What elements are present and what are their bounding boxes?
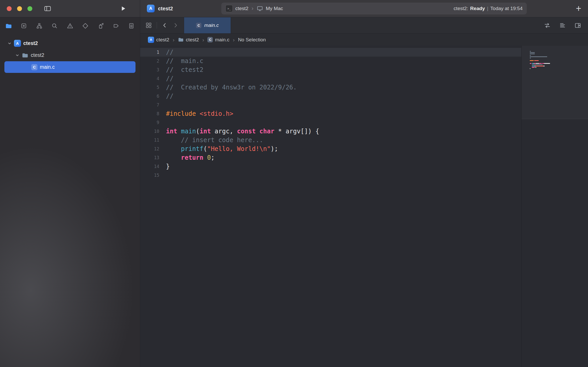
test-navigator-icon[interactable] [81,22,89,30]
chevron-icon: › [172,37,176,43]
line-number[interactable]: 11 [140,136,159,144]
code-line[interactable]: 6// [140,92,521,101]
issue-navigator-icon[interactable] [66,22,74,30]
code-line[interactable]: 1// [140,48,521,57]
project-navigator-icon[interactable] [5,22,12,30]
zoom-window-button[interactable] [27,6,32,11]
tree-item-file[interactable]: C main.c [4,61,135,73]
code-line[interactable]: 15 [140,171,521,180]
tree-item-label: ctest2 [23,40,38,46]
tree-item-group[interactable]: ctest2 [4,49,135,61]
navigator-sidebar: A ctest2 ctest2 C main.c [0,17,140,367]
symbol-navigator-icon[interactable] [35,22,43,30]
status-state: Ready [470,6,485,11]
line-number[interactable]: 9 [140,118,159,127]
scheme-name[interactable]: ctest2 [235,6,248,11]
scheme-selector[interactable]: >_ ctest2 › My Mac [225,5,283,12]
window-controls [7,6,32,11]
disclosure-chevron-icon[interactable] [7,42,12,45]
run-destination[interactable]: My Mac [266,6,283,11]
go-back-icon[interactable] [162,22,168,28]
minimap-toggle-icon[interactable] [559,22,566,29]
code-line[interactable]: 13 return 0; [140,153,521,162]
c-file-icon: C [31,64,37,70]
c-file-icon: C [207,37,213,42]
toolbar-sidebar-section [0,0,140,17]
project-file-icon: A [14,40,21,47]
disclosure-chevron-icon[interactable] [15,53,19,57]
code-review-icon[interactable] [544,22,551,29]
code-line[interactable]: 3// ctest2 [140,65,521,74]
line-number[interactable]: 1 [140,48,159,57]
breadcrumb-selection[interactable]: No Selection [238,37,266,43]
line-number[interactable]: 3 [140,65,159,74]
target-icon: >_ [225,5,233,12]
chevron-icon: › [201,37,205,43]
code-lines: 1//2// main.c3// ctest24//5// Created by… [140,48,521,180]
toolbar: A ctest2 >_ ctest2 › My Mac ctest2: [0,0,588,17]
line-number[interactable]: 2 [140,57,159,65]
close-window-button[interactable] [7,6,12,11]
line-number[interactable]: 6 [140,92,159,101]
tree-item-label: main.c [40,64,55,70]
breadcrumb-label: main.c [215,37,229,43]
source-editor: 1//2// main.c3// ctest24//5// Created by… [140,46,588,367]
code-line[interactable]: 8#include <stdio.h> [140,109,521,118]
tree-item-project[interactable]: A ctest2 [4,37,135,49]
status-divider: | [487,6,488,11]
code-line[interactable]: 10int main(int argc, const char * argv[]… [140,127,521,136]
debug-navigator-icon[interactable] [97,22,104,30]
status-text: ctest2: Ready | Today at 19:54 [454,6,523,11]
breadcrumb-label: ctest2 [156,37,169,43]
tab-label: main.c [204,22,219,28]
folder-icon [178,37,184,43]
breadcrumb-project[interactable]: A ctest2 [148,37,169,43]
code-line[interactable]: 7 [140,101,521,109]
project-navigator-tree: A ctest2 ctest2 C main.c [0,34,140,73]
breadcrumb-file[interactable]: C main.c [207,37,229,43]
code-line[interactable]: 9 [140,118,521,127]
code-line[interactable]: 2// main.c [140,57,521,65]
line-number[interactable]: 4 [140,74,159,83]
breadcrumb-group[interactable]: ctest2 [178,37,199,43]
line-number[interactable]: 10 [140,127,159,136]
code-line[interactable]: 5// Created by 4nsw3r on 2022/9/26. [140,83,521,92]
report-navigator-icon[interactable] [127,22,135,30]
line-number[interactable]: 14 [140,162,159,171]
editor-area: C main.c A cte [140,17,588,367]
line-number[interactable]: 8 [140,109,159,118]
toolbar-main-section: A ctest2 >_ ctest2 › My Mac ctest2: [140,0,588,17]
source-control-navigator-icon[interactable] [20,22,28,30]
folder-icon [22,52,28,59]
code-editor[interactable]: 1//2// main.c3// ctest24//5// Created by… [140,46,521,367]
minimize-window-button[interactable] [17,6,22,11]
related-items-grid-icon[interactable] [145,22,152,29]
go-forward-icon[interactable] [172,22,179,28]
add-editor-icon[interactable] [574,22,581,29]
navigator-tab-bar [0,17,140,34]
add-button[interactable]: + [576,3,581,14]
line-number[interactable]: 13 [140,153,159,162]
toggle-sidebar-icon[interactable] [44,5,51,12]
breadcrumb-label: No Selection [238,37,266,43]
status-project: ctest2: [454,6,468,11]
chevron-icon: › [251,6,254,11]
minimap[interactable] [521,46,588,367]
code-line[interactable]: 11 // insert code here... [140,136,521,144]
line-number[interactable]: 5 [140,83,159,92]
minimap-visible-region [522,46,588,119]
line-number[interactable]: 7 [140,101,159,109]
breadcrumb-label: ctest2 [186,37,199,43]
xcode-window: A ctest2 >_ ctest2 › My Mac ctest2: [0,0,588,367]
find-navigator-icon[interactable] [51,22,58,30]
code-line[interactable]: 14} [140,162,521,171]
run-button[interactable] [120,5,126,12]
code-line[interactable]: 12 printf("Hello, World!\n"); [140,144,521,153]
activity-view: >_ ctest2 › My Mac ctest2: Ready | Today… [221,3,527,14]
breakpoint-navigator-icon[interactable] [112,22,120,30]
line-number[interactable]: 15 [140,171,159,180]
status-time: Today at 19:54 [490,6,523,11]
line-number[interactable]: 12 [140,144,159,153]
code-line[interactable]: 4// [140,74,521,83]
editor-tab-main-c[interactable]: C main.c [184,17,231,33]
